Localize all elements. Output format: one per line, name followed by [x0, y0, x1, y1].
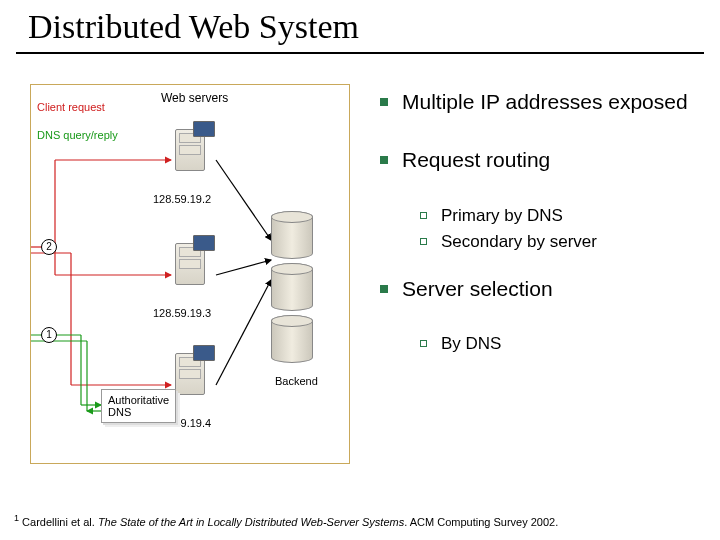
bullet-hollow-icon: [420, 340, 427, 347]
bullet-2: Request routing: [380, 147, 700, 173]
bullet-1: Multiple IP addresses exposed: [380, 89, 700, 115]
storage-icon: [271, 211, 313, 259]
bullet-text: Primary by DNS: [441, 206, 563, 226]
server-icon: [175, 129, 213, 187]
architecture-diagram: Client request DNS query/reply Web serve…: [30, 84, 350, 464]
ip-1: 128.59.19.2: [153, 193, 211, 205]
bullet-hollow-icon: [420, 212, 427, 219]
bullet-square-icon: [380, 285, 388, 293]
bullet-square-icon: [380, 156, 388, 164]
label-dns-query: DNS query/reply: [37, 129, 118, 141]
svg-line-16: [216, 280, 271, 385]
dns-box: Authoritative DNS: [101, 389, 176, 423]
svg-line-14: [216, 160, 271, 240]
server-icon: [175, 243, 213, 301]
server-icon: [175, 353, 213, 411]
storage-icon: [271, 263, 313, 311]
sub-bullet: Primary by DNS: [420, 206, 700, 226]
bullet-hollow-icon: [420, 238, 427, 245]
slide-title: Distributed Web System: [28, 8, 704, 46]
content-area: Client request DNS query/reply Web serve…: [0, 54, 720, 474]
footnote-title: The State of the Art in Locally Distribu…: [98, 516, 404, 528]
bullet-text: Multiple IP addresses exposed: [402, 89, 688, 115]
bullet-text: Server selection: [402, 276, 553, 302]
bullet-3: Server selection: [380, 276, 700, 302]
sub-bullet: Secondary by server: [420, 232, 700, 252]
footnote: 1 Cardellini et al. The State of the Art…: [14, 513, 558, 528]
storage-icon: [271, 315, 313, 363]
label-web-servers: Web servers: [161, 91, 228, 105]
label-backend: Backend: [275, 375, 318, 387]
footnote-post: . ACM Computing Survey 2002.: [404, 516, 558, 528]
label-client-request: Client request: [37, 101, 105, 113]
bullet-text: By DNS: [441, 334, 501, 354]
sub-bullet: By DNS: [420, 334, 700, 354]
bullet-text: Secondary by server: [441, 232, 597, 252]
ip-2: 128.59.19.3: [153, 307, 211, 319]
footnote-pre: Cardellini et al.: [19, 516, 98, 528]
svg-line-15: [216, 260, 271, 275]
circled-2: 2: [41, 239, 57, 255]
bullet-list: Multiple IP addresses exposed Request ro…: [350, 84, 700, 464]
title-bar: Distributed Web System: [16, 0, 704, 54]
circled-1: 1: [41, 327, 57, 343]
bullet-text: Request routing: [402, 147, 550, 173]
bullet-square-icon: [380, 98, 388, 106]
